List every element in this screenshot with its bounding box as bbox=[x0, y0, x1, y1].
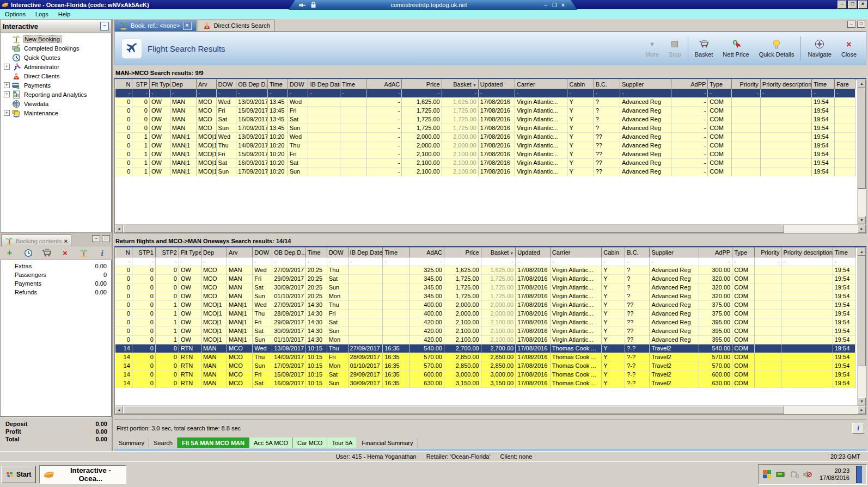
vertical-scrollbar[interactable]: ▲ ▼ bbox=[857, 79, 866, 224]
bottom-tab-financial-summary[interactable]: Financial Summary bbox=[357, 437, 418, 448]
bottom-tab-car-mco[interactable]: Car MCO bbox=[293, 437, 327, 448]
table-row[interactable]: 1400RTNMANMCOFri15/09/201710:15Sat29/09/… bbox=[115, 371, 855, 379]
scrollbar-thumb[interactable] bbox=[858, 88, 866, 189]
scroll-up-button[interactable]: ▲ bbox=[858, 248, 866, 256]
table-row[interactable]: 000OWMCOMANWed27/09/201720:25Thu325.001,… bbox=[115, 266, 855, 275]
scrollbar-thumb[interactable] bbox=[123, 406, 784, 414]
column-header-time[interactable]: Time bbox=[812, 80, 835, 89]
panel-minimize-button[interactable]: – bbox=[92, 235, 100, 242]
list-item[interactable]: Payments0.00 bbox=[1, 279, 111, 288]
taskbar-app-button[interactable]: Interactive - Ocea... bbox=[39, 465, 126, 484]
column-header-adpp[interactable]: AdPP bbox=[671, 80, 708, 89]
sidebar-item-direct-clients[interactable]: Direct Clients bbox=[1, 71, 111, 81]
close-icon[interactable]: × bbox=[64, 238, 67, 244]
panel-maximize-button[interactable]: □ bbox=[102, 235, 110, 242]
table-row[interactable]: 00OWMANMCOFri15/09/201713:45Fri-1,725.00… bbox=[115, 107, 855, 115]
table-row[interactable]: 1400RTNMANMCOThu14/09/201710:15Fri28/09/… bbox=[115, 353, 855, 362]
scroll-left-button[interactable]: ◄ bbox=[115, 225, 123, 233]
tab-book-ref[interactable]: Book. ref.: <none> × bbox=[114, 20, 197, 31]
column-header-updated[interactable]: Updated bbox=[478, 80, 515, 89]
column-header-ob-dep-d[interactable]: OB Dep D... bbox=[236, 80, 268, 89]
column-header-time[interactable]: Time bbox=[267, 80, 288, 89]
column-header-price[interactable]: Price bbox=[402, 80, 442, 89]
network-icon[interactable] bbox=[776, 471, 786, 478]
sidebar-item-quick-quotes[interactable]: Quick Quotes bbox=[1, 53, 111, 62]
booking-contents-tab[interactable]: Booking contents × bbox=[1, 235, 71, 246]
table-row[interactable]: 01OWMAN|1MCO|1Sun17/09/201710:20Sun-2,10… bbox=[115, 168, 855, 176]
bottom-tab-tour-5a[interactable]: Tour 5A bbox=[327, 437, 357, 448]
holiday-button[interactable] bbox=[78, 248, 89, 258]
column-header-cabin[interactable]: Cabin bbox=[567, 80, 594, 89]
column-header-type[interactable]: Type bbox=[708, 80, 732, 89]
column-header-n[interactable]: N bbox=[115, 248, 132, 257]
basket-button[interactable]: Basket bbox=[690, 36, 718, 60]
column-header-stp1[interactable]: STP1 bbox=[132, 248, 155, 257]
window-maximize-button[interactable]: □ bbox=[848, 1, 857, 9]
column-header-updated[interactable]: Updated bbox=[516, 248, 551, 257]
column-header-basket[interactable]: Basket▼ bbox=[442, 80, 478, 89]
column-header-stp[interactable]: STP bbox=[132, 80, 149, 89]
panel-minimize-button[interactable]: – bbox=[847, 21, 855, 28]
bottom-tab-summary[interactable]: Summary bbox=[114, 437, 149, 448]
column-header-flt-type[interactable]: Flt Type bbox=[149, 80, 170, 89]
column-header-price[interactable]: Price bbox=[444, 248, 481, 257]
quick-details-button[interactable]: Quick Details bbox=[754, 36, 799, 60]
table-row[interactable]: 000OWMCOMANSun01/10/201720:25Mon345.001,… bbox=[115, 292, 855, 301]
column-header-carrier[interactable]: Carrier bbox=[550, 248, 601, 257]
menu-item-help[interactable]: Help bbox=[53, 10, 76, 18]
vertical-scrollbar[interactable]: ▲ ▼ bbox=[857, 248, 866, 405]
column-header-time[interactable]: Time bbox=[305, 248, 327, 257]
window-minimize-button[interactable]: – bbox=[838, 1, 847, 9]
column-header-priority[interactable]: Priority bbox=[755, 248, 781, 257]
pin-icon[interactable] bbox=[298, 2, 306, 8]
column-header-dow[interactable]: DOW bbox=[216, 80, 236, 89]
column-header-dow[interactable]: DOW bbox=[253, 248, 272, 257]
column-header-time[interactable]: Time bbox=[833, 248, 855, 257]
column-header-arv[interactable]: Arv bbox=[196, 80, 216, 89]
sidebar-item-payments[interactable]: +$Payments bbox=[1, 81, 111, 90]
sidebar-collapse-button[interactable]: – bbox=[100, 22, 109, 30]
column-header-stp2[interactable]: STP2 bbox=[155, 248, 179, 257]
info-button[interactable]: i bbox=[97, 248, 108, 258]
list-item[interactable]: Extras0.00 bbox=[1, 262, 111, 270]
table-row[interactable]: 01OWMAN|1MCO|1Thu14/09/201710:20Thu-2,00… bbox=[115, 141, 855, 150]
sidebar-item-maintenance[interactable]: +Maintenance bbox=[1, 108, 111, 118]
table-row[interactable]: 00OWMANMCOSat16/09/201713:45Sat-1,725.00… bbox=[115, 115, 855, 124]
column-header-flt-type[interactable]: Flt Type bbox=[179, 248, 201, 257]
column-header-n[interactable]: N bbox=[115, 80, 132, 89]
horizontal-scrollbar[interactable]: ◄ ► bbox=[115, 224, 866, 233]
table-row[interactable]: 00OWMANMCOSun17/09/201713:45Sun-1,725.00… bbox=[115, 124, 855, 133]
column-header-time[interactable]: Time bbox=[383, 248, 409, 257]
column-header-priority-description[interactable]: Priority description bbox=[760, 80, 811, 89]
scroll-right-button[interactable]: ► bbox=[858, 406, 866, 414]
column-header-ib-dep-date[interactable]: IB Dep Date bbox=[308, 80, 340, 89]
expand-icon[interactable]: + bbox=[4, 91, 10, 97]
table-row[interactable]: 001OWMCO|1MAN|1Sat30/09/201714:30Sun420.… bbox=[115, 327, 855, 336]
panel-maximize-button[interactable]: □ bbox=[857, 21, 865, 28]
column-header-carrier[interactable]: Carrier bbox=[515, 80, 567, 89]
table-row[interactable]: 01OWMAN|1MCO|1Fri15/09/201710:20Fri-2,10… bbox=[115, 150, 855, 159]
column-header-b-c[interactable]: B.C. bbox=[625, 248, 650, 257]
sidebar-item-completed-bookings[interactable]: Completed Bookings bbox=[1, 44, 111, 53]
nett-price-button[interactable]: $Nett Price bbox=[718, 36, 754, 60]
menu-item-options[interactable]: Options bbox=[0, 10, 30, 18]
column-header-ob-dep-d[interactable]: OB Dep D... bbox=[272, 248, 306, 257]
menu-item-logs[interactable]: Logs bbox=[30, 10, 53, 18]
delete-button[interactable]: × bbox=[60, 248, 71, 258]
sidebar-item-viewdata[interactable]: Viewdata bbox=[1, 99, 111, 108]
table-row[interactable]: 001OWMCO|1MAN|1Wed27/09/201714:30Thu400.… bbox=[115, 301, 855, 310]
table-row[interactable]: 1400RTNMANMCOSun17/09/201710:15Mon01/10/… bbox=[115, 362, 855, 371]
table-row[interactable]: 1400RTNMANMCOSat16/09/201710:15Sun30/09/… bbox=[115, 379, 855, 388]
column-header-time[interactable]: Time bbox=[340, 80, 366, 89]
rdp-minimize-button[interactable]: – bbox=[541, 2, 550, 8]
column-header-supplier[interactable]: Supplier bbox=[650, 248, 699, 257]
info-button[interactable]: i bbox=[852, 423, 864, 434]
add-button[interactable]: + bbox=[4, 248, 15, 258]
column-header-fare[interactable]: Fare bbox=[835, 80, 855, 89]
scroll-up-button[interactable]: ▲ bbox=[858, 79, 866, 88]
column-header-basket[interactable]: Basket▼ bbox=[481, 248, 516, 257]
usb-device-icon[interactable] bbox=[790, 471, 799, 478]
column-header-adac[interactable]: AdAC bbox=[409, 248, 444, 257]
table-row[interactable]: 001OWMCO|1MAN|1Fri29/09/201714:30Sat420.… bbox=[115, 318, 855, 327]
table-row[interactable]: 001OWMCO|1MAN|1Sun01/10/201714:30Mon420.… bbox=[115, 336, 855, 344]
